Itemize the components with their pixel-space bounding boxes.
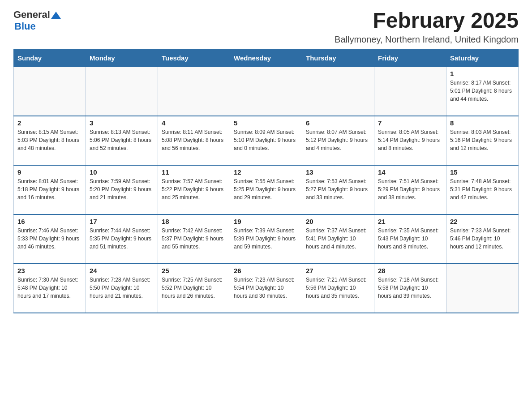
calendar-cell: 22Sunrise: 7:33 AM Sunset: 5:46 PM Dayli… xyxy=(446,214,519,264)
calendar-header-row: SundayMondayTuesdayWednesdayThursdayFrid… xyxy=(14,49,519,67)
day-info: Sunrise: 7:46 AM Sunset: 5:33 PM Dayligh… xyxy=(17,227,82,251)
calendar-cell: 14Sunrise: 7:51 AM Sunset: 5:29 PM Dayli… xyxy=(374,165,446,214)
calendar-cell: 9Sunrise: 8:01 AM Sunset: 5:18 PM Daylig… xyxy=(14,165,86,214)
day-number: 14 xyxy=(378,168,442,176)
day-number: 12 xyxy=(234,168,298,176)
calendar-cell: 10Sunrise: 7:59 AM Sunset: 5:20 PM Dayli… xyxy=(86,165,158,214)
day-number: 19 xyxy=(234,218,298,225)
day-number: 17 xyxy=(90,218,154,225)
day-info: Sunrise: 8:05 AM Sunset: 5:14 PM Dayligh… xyxy=(378,128,442,152)
calendar-cell xyxy=(230,67,302,116)
day-info: Sunrise: 8:13 AM Sunset: 5:06 PM Dayligh… xyxy=(90,128,154,152)
day-info: Sunrise: 8:09 AM Sunset: 5:10 PM Dayligh… xyxy=(234,128,298,152)
day-info: Sunrise: 8:01 AM Sunset: 5:18 PM Dayligh… xyxy=(17,177,82,201)
week-row-1: 1Sunrise: 8:17 AM Sunset: 5:01 PM Daylig… xyxy=(14,67,519,116)
day-number: 3 xyxy=(90,119,154,127)
day-info: Sunrise: 7:28 AM Sunset: 5:50 PM Dayligh… xyxy=(90,276,154,300)
location-subtitle: Ballymoney, Northern Ireland, United Kin… xyxy=(335,34,519,45)
calendar-cell: 7Sunrise: 8:05 AM Sunset: 5:14 PM Daylig… xyxy=(374,116,446,165)
calendar-cell: 28Sunrise: 7:18 AM Sunset: 5:58 PM Dayli… xyxy=(374,264,446,313)
day-number: 16 xyxy=(17,218,82,225)
day-number: 9 xyxy=(17,168,82,176)
day-number: 22 xyxy=(450,218,515,225)
day-number: 25 xyxy=(162,267,226,274)
calendar-table: SundayMondayTuesdayWednesdayThursdayFrid… xyxy=(13,49,519,313)
logo-general-text: General xyxy=(13,9,50,21)
day-number: 20 xyxy=(306,218,370,225)
calendar-cell: 4Sunrise: 8:11 AM Sunset: 5:08 PM Daylig… xyxy=(158,116,230,165)
title-area: February 2025 Ballymoney, Northern Irela… xyxy=(335,9,519,45)
day-number: 2 xyxy=(17,119,82,127)
calendar-cell: 16Sunrise: 7:46 AM Sunset: 5:33 PM Dayli… xyxy=(14,214,86,264)
calendar-cell xyxy=(302,67,374,116)
calendar-cell: 12Sunrise: 7:55 AM Sunset: 5:25 PM Dayli… xyxy=(230,165,302,214)
calendar-cell: 23Sunrise: 7:30 AM Sunset: 5:48 PM Dayli… xyxy=(14,264,86,313)
column-header-monday: Monday xyxy=(86,49,158,67)
calendar-cell xyxy=(14,67,86,116)
day-info: Sunrise: 7:33 AM Sunset: 5:46 PM Dayligh… xyxy=(450,227,515,251)
day-number: 21 xyxy=(378,218,442,225)
day-info: Sunrise: 7:53 AM Sunset: 5:27 PM Dayligh… xyxy=(306,177,370,201)
calendar-cell: 13Sunrise: 7:53 AM Sunset: 5:27 PM Dayli… xyxy=(302,165,374,214)
day-info: Sunrise: 8:17 AM Sunset: 5:01 PM Dayligh… xyxy=(450,79,515,103)
column-header-friday: Friday xyxy=(374,49,446,67)
day-info: Sunrise: 7:57 AM Sunset: 5:22 PM Dayligh… xyxy=(162,177,226,201)
logo-blue-text: Blue xyxy=(14,21,36,32)
day-info: Sunrise: 7:25 AM Sunset: 5:52 PM Dayligh… xyxy=(162,276,226,300)
calendar-cell: 21Sunrise: 7:35 AM Sunset: 5:43 PM Dayli… xyxy=(374,214,446,264)
header: General Blue February 2025 Ballymoney, N… xyxy=(13,9,519,45)
svg-marker-0 xyxy=(51,12,61,19)
week-row-4: 16Sunrise: 7:46 AM Sunset: 5:33 PM Dayli… xyxy=(14,214,519,264)
calendar-cell: 26Sunrise: 7:23 AM Sunset: 5:54 PM Dayli… xyxy=(230,264,302,313)
day-number: 28 xyxy=(378,267,442,274)
day-info: Sunrise: 7:42 AM Sunset: 5:37 PM Dayligh… xyxy=(162,227,226,251)
day-info: Sunrise: 7:21 AM Sunset: 5:56 PM Dayligh… xyxy=(306,276,370,300)
month-title: February 2025 xyxy=(335,9,519,33)
calendar-cell: 5Sunrise: 8:09 AM Sunset: 5:10 PM Daylig… xyxy=(230,116,302,165)
day-number: 10 xyxy=(90,168,154,176)
day-number: 18 xyxy=(162,218,226,225)
column-header-sunday: Sunday xyxy=(14,49,86,67)
column-header-tuesday: Tuesday xyxy=(158,49,230,67)
day-info: Sunrise: 8:15 AM Sunset: 5:03 PM Dayligh… xyxy=(17,128,82,152)
day-info: Sunrise: 7:59 AM Sunset: 5:20 PM Dayligh… xyxy=(90,177,154,201)
day-info: Sunrise: 7:55 AM Sunset: 5:25 PM Dayligh… xyxy=(234,177,298,201)
day-number: 4 xyxy=(162,119,226,127)
calendar-cell: 20Sunrise: 7:37 AM Sunset: 5:41 PM Dayli… xyxy=(302,214,374,264)
logo: General Blue xyxy=(13,9,61,32)
calendar-cell: 8Sunrise: 8:03 AM Sunset: 5:16 PM Daylig… xyxy=(446,116,519,165)
week-row-5: 23Sunrise: 7:30 AM Sunset: 5:48 PM Dayli… xyxy=(14,264,519,313)
day-number: 23 xyxy=(17,267,82,274)
calendar-cell xyxy=(86,67,158,116)
week-row-3: 9Sunrise: 8:01 AM Sunset: 5:18 PM Daylig… xyxy=(14,165,519,214)
calendar-cell: 18Sunrise: 7:42 AM Sunset: 5:37 PM Dayli… xyxy=(158,214,230,264)
calendar-cell: 17Sunrise: 7:44 AM Sunset: 5:35 PM Dayli… xyxy=(86,214,158,264)
calendar-cell: 6Sunrise: 8:07 AM Sunset: 5:12 PM Daylig… xyxy=(302,116,374,165)
day-number: 13 xyxy=(306,168,370,176)
day-number: 26 xyxy=(234,267,298,274)
day-number: 7 xyxy=(378,119,442,127)
day-info: Sunrise: 8:03 AM Sunset: 5:16 PM Dayligh… xyxy=(450,128,515,152)
day-info: Sunrise: 7:48 AM Sunset: 5:31 PM Dayligh… xyxy=(450,177,515,201)
day-number: 11 xyxy=(162,168,226,176)
day-number: 6 xyxy=(306,119,370,127)
calendar-cell: 25Sunrise: 7:25 AM Sunset: 5:52 PM Dayli… xyxy=(158,264,230,313)
day-info: Sunrise: 7:44 AM Sunset: 5:35 PM Dayligh… xyxy=(90,227,154,251)
day-info: Sunrise: 7:51 AM Sunset: 5:29 PM Dayligh… xyxy=(378,177,442,201)
day-number: 27 xyxy=(306,267,370,274)
week-row-2: 2Sunrise: 8:15 AM Sunset: 5:03 PM Daylig… xyxy=(14,116,519,165)
day-info: Sunrise: 8:07 AM Sunset: 5:12 PM Dayligh… xyxy=(306,128,370,152)
day-info: Sunrise: 7:23 AM Sunset: 5:54 PM Dayligh… xyxy=(234,276,298,300)
day-info: Sunrise: 7:35 AM Sunset: 5:43 PM Dayligh… xyxy=(378,227,442,251)
day-number: 1 xyxy=(450,70,515,77)
calendar-cell xyxy=(446,264,519,313)
calendar-cell: 2Sunrise: 8:15 AM Sunset: 5:03 PM Daylig… xyxy=(14,116,86,165)
day-number: 8 xyxy=(450,119,515,127)
day-info: Sunrise: 8:11 AM Sunset: 5:08 PM Dayligh… xyxy=(162,128,226,152)
calendar-cell: 19Sunrise: 7:39 AM Sunset: 5:39 PM Dayli… xyxy=(230,214,302,264)
day-info: Sunrise: 7:30 AM Sunset: 5:48 PM Dayligh… xyxy=(17,276,82,300)
calendar-cell: 15Sunrise: 7:48 AM Sunset: 5:31 PM Dayli… xyxy=(446,165,519,214)
calendar-cell: 27Sunrise: 7:21 AM Sunset: 5:56 PM Dayli… xyxy=(302,264,374,313)
calendar-cell: 24Sunrise: 7:28 AM Sunset: 5:50 PM Dayli… xyxy=(86,264,158,313)
column-header-saturday: Saturday xyxy=(446,49,519,67)
